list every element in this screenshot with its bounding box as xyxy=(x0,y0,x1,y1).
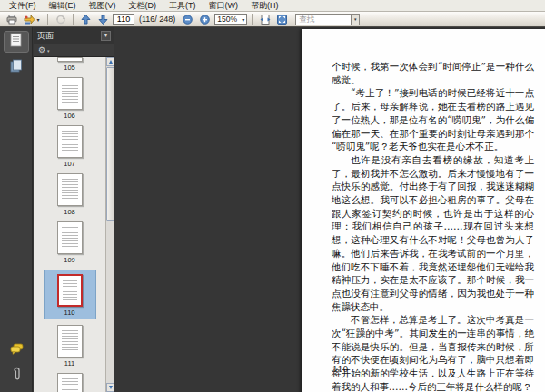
thumbnail-label: 107 xyxy=(64,160,75,168)
menu-help[interactable]: 帮助(H) xyxy=(244,0,285,11)
menu-view[interactable]: 视图(V) xyxy=(83,0,123,11)
paperclip-icon xyxy=(12,367,22,385)
thumbnail-label: 105 xyxy=(64,64,75,72)
document-page[interactable]: 个时候，我第一次体会到“时间停止”是一种什么感觉。 “考上了！”接到电话的时候已… xyxy=(302,29,545,392)
print-button[interactable] xyxy=(4,13,19,25)
thumbnail-page-next-partial[interactable] xyxy=(57,373,83,392)
page-count-label: (116/ 248) xyxy=(139,15,175,24)
arrow-down-icon xyxy=(98,15,108,24)
zoom-out-icon xyxy=(183,15,193,24)
options-caret-icon: ▾ xyxy=(47,48,50,54)
thumbnail-label: 109 xyxy=(64,256,75,264)
scrollbar-thumb[interactable] xyxy=(106,67,114,221)
nav-strip-bottom xyxy=(0,336,33,388)
attachments-panel-button[interactable] xyxy=(4,365,29,387)
toolbar-separator xyxy=(252,14,253,24)
bookmarks-panel-icon xyxy=(10,59,23,76)
bookmarks-panel-button[interactable] xyxy=(4,56,29,78)
thumbnail-image[interactable] xyxy=(57,274,83,307)
fullscreen-button[interactable] xyxy=(274,13,290,25)
find-input[interactable] xyxy=(295,14,352,25)
zoom-level-value: 150% xyxy=(217,15,237,24)
thumbnail-page-111[interactable]: 111 xyxy=(57,325,83,368)
thumbnail-image[interactable] xyxy=(57,57,83,62)
thumbnail-image[interactable] xyxy=(57,173,83,206)
paragraph: 不管怎样，总算是考上了。这次中考真是一次“狂躁的中考”。其间发生的一连串的事情，… xyxy=(332,313,534,392)
thumbnail-image[interactable] xyxy=(57,77,83,110)
menu-bar: 文件(F) 编辑(E) 视图(V) 文档(D) 工具(T) 窗口(W) 帮助(H… xyxy=(0,0,545,12)
menu-window[interactable]: 窗口(W) xyxy=(203,0,245,11)
comments-icon xyxy=(10,342,24,358)
zoom-level-select[interactable]: 150% ▾ xyxy=(214,14,247,24)
thumbnail-page-108[interactable]: 108 xyxy=(57,173,83,216)
main-toolbar: ▾ (116/ 248) xyxy=(0,12,545,27)
menu-document[interactable]: 文档(D) xyxy=(123,0,164,11)
email-attach-button[interactable]: ▾ xyxy=(21,13,43,25)
previous-page-button[interactable] xyxy=(78,13,94,25)
thumbnail-label: 108 xyxy=(64,208,75,216)
document-canvas[interactable]: 个时候，我第一次体会到“时间停止”是一种什么感觉。 “考上了！”接到电话的时候已… xyxy=(114,27,545,392)
paragraph: 也许是没有亲自去看榜的缘故，知道考上了，最初我并不怎么激动。后来才慢慢地有了一点… xyxy=(332,153,534,313)
fit-width-icon xyxy=(260,15,271,24)
page-number-input[interactable] xyxy=(113,14,134,24)
comments-panel-button[interactable] xyxy=(4,339,29,361)
thumbnail-scrollbar[interactable] xyxy=(105,57,114,392)
scroll-down-icon xyxy=(109,386,113,389)
fit-width-button[interactable] xyxy=(257,13,272,25)
pages-panel-icon xyxy=(10,33,23,51)
fullscreen-icon xyxy=(277,15,287,24)
page-body-text: 个时候，我第一次体会到“时间停止”是一种什么感觉。 “考上了！”接到电话的时候已… xyxy=(332,60,534,392)
pages-panel-title: 页面 xyxy=(37,30,54,42)
thumbnail-image[interactable] xyxy=(57,125,83,158)
scroll-up-button[interactable] xyxy=(106,57,114,66)
options-gear-icon[interactable]: ⚙ xyxy=(38,46,45,54)
thumbnail-label: 110 xyxy=(64,309,75,317)
page-footer-number: 110 xyxy=(332,365,348,374)
scroll-down-button[interactable] xyxy=(106,383,114,392)
pages-panel-toolbar: ⚙ ▾ xyxy=(34,44,114,57)
thumbnail-page-109[interactable]: 109 xyxy=(57,221,83,264)
menu-tools[interactable]: 工具(T) xyxy=(163,0,203,11)
zoom-in-icon xyxy=(200,15,210,24)
thumbnail-label: 111 xyxy=(64,359,74,368)
toolbar-separator xyxy=(47,14,48,24)
thumbnail-list[interactable]: 105 106 107 108 109 110 xyxy=(34,57,105,392)
printer-icon xyxy=(6,15,17,24)
menu-file[interactable]: 文件(F) xyxy=(3,0,43,11)
toolbar-separator xyxy=(73,14,74,24)
navigation-panel-strip xyxy=(0,27,33,392)
find-group: ▾ xyxy=(295,14,360,25)
scroll-up-icon xyxy=(109,60,113,64)
next-page-button[interactable] xyxy=(95,13,111,25)
thumbnail-page-110-selected[interactable]: 110 xyxy=(44,270,96,319)
thumbnail-label: 106 xyxy=(64,112,75,120)
arrow-up-icon xyxy=(81,15,91,24)
collaboration-button xyxy=(53,13,68,25)
panel-menu-button[interactable]: ▾ xyxy=(101,31,111,41)
find-options-dropdown[interactable]: ▾ xyxy=(352,14,360,25)
thumbnail-image[interactable] xyxy=(57,221,83,254)
thumbnail-page-106[interactable]: 106 xyxy=(57,77,83,120)
menu-edit[interactable]: 编辑(E) xyxy=(43,0,83,11)
thumbnail-page-107[interactable]: 107 xyxy=(57,125,83,168)
email-dropdown-caret-icon: ▾ xyxy=(36,16,39,23)
thumbnail-image[interactable] xyxy=(57,325,83,358)
collaboration-icon xyxy=(55,15,66,24)
pdf-reader-window: 文件(F) 编辑(E) 视图(V) 文档(D) 工具(T) 窗口(W) 帮助(H… xyxy=(0,0,545,392)
email-icon xyxy=(24,15,35,24)
zoom-dropdown-caret-icon: ▾ xyxy=(242,16,244,23)
zoom-out-button[interactable] xyxy=(180,13,195,25)
paragraph: “考上了！”接到电话的时候已经将近十一点了。后来，母亲解释说，她在去看榜的路上遇… xyxy=(332,86,534,153)
pages-panel-button[interactable] xyxy=(4,31,29,53)
thumbnail-page-105[interactable]: 105 xyxy=(57,57,83,72)
pages-panel-header: 页面 ▾ xyxy=(34,27,114,44)
paragraph: 个时候，我第一次体会到“时间停止”是一种什么感觉。 xyxy=(332,60,534,86)
zoom-in-button[interactable] xyxy=(197,13,213,25)
thumbnail-image[interactable] xyxy=(57,373,83,392)
pages-panel: 页面 ▾ ⚙ ▾ 105 106 107 108 xyxy=(34,27,114,392)
